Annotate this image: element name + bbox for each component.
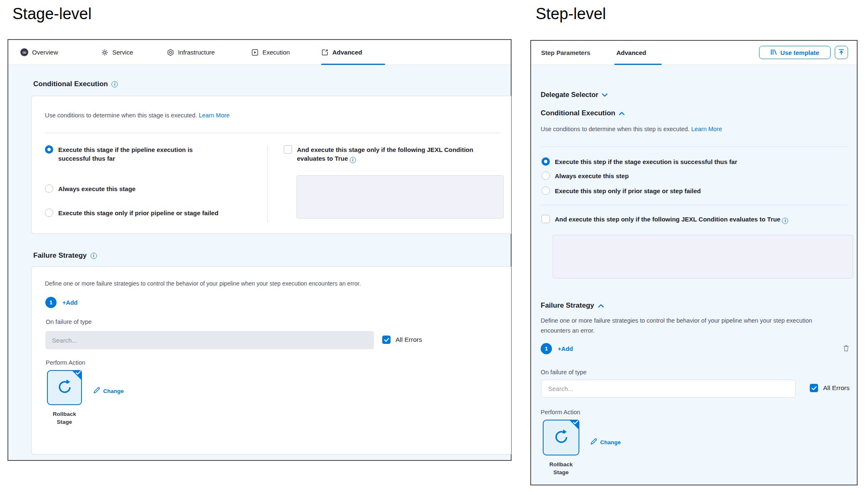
- failure-strategy-card: Define one or more failure strategies to…: [31, 266, 511, 455]
- strategy-row: 1 +Add: [541, 343, 573, 354]
- tab-label: Service: [112, 49, 133, 56]
- radio-icon[interactable]: [45, 184, 53, 193]
- info-icon[interactable]: [782, 218, 788, 224]
- checkbox-checked-icon[interactable]: [810, 384, 818, 392]
- jexl-label: And execute this stage only if the follo…: [297, 146, 473, 162]
- change-action-link[interactable]: Change: [93, 387, 124, 395]
- jexl-condition-checkbox-row[interactable]: And execute this stage only if the follo…: [284, 145, 482, 163]
- radio-execute-if-failed[interactable]: Execute this step only if prior stage or…: [542, 187, 701, 195]
- learn-more-link[interactable]: Learn More: [691, 126, 722, 132]
- tab-execution[interactable]: Execution: [251, 40, 290, 65]
- action-name-line1: Rollback: [36, 410, 93, 418]
- conditional-description: Use conditions to determine when this st…: [45, 111, 230, 119]
- conditional-execution-heading: Conditional Execution: [33, 80, 118, 88]
- divider: [541, 205, 848, 205]
- heading-text: Conditional Execution: [33, 80, 108, 88]
- all-errors-row[interactable]: All Errors: [382, 336, 422, 344]
- description-text: Use conditions to determine when this st…: [541, 126, 690, 132]
- tab-label: Advanced: [616, 49, 646, 56]
- step-content: Delegate Selector Conditional Execution …: [531, 65, 857, 485]
- perform-action-label: Perform Action: [46, 359, 85, 366]
- checkbox-checked-icon[interactable]: [382, 336, 391, 344]
- change-action-link[interactable]: Change: [590, 438, 621, 446]
- on-failure-label: On failure of type: [541, 369, 586, 376]
- use-template-button[interactable]: Use template: [759, 46, 831, 59]
- radio-icon[interactable]: [542, 172, 550, 180]
- radio-execute-if-successful[interactable]: Execute this stage if the pipeline execu…: [45, 145, 215, 163]
- add-strategy-button[interactable]: +Add: [558, 346, 573, 352]
- action-name-line2: Stage: [36, 418, 93, 426]
- tab-overview[interactable]: ∞ Overview: [20, 40, 58, 65]
- tab-advanced[interactable]: Advanced: [616, 41, 646, 65]
- tab-service[interactable]: Service: [101, 40, 133, 65]
- conditional-execution-heading[interactable]: Conditional Execution: [541, 109, 625, 117]
- use-template-label: Use template: [780, 49, 819, 56]
- jexl-condition-checkbox-row[interactable]: And execute this step only if the follow…: [542, 215, 788, 224]
- tab-step-parameters[interactable]: Step Parameters: [541, 41, 590, 65]
- delegate-selector-heading[interactable]: Delegate Selector: [541, 91, 608, 99]
- failure-type-search-input[interactable]: [45, 331, 374, 349]
- radio-label: Execute this stage if the pipeline execu…: [58, 145, 215, 163]
- failure-description: Define one or more failure strategies to…: [541, 316, 832, 336]
- tab-label: Overview: [32, 49, 58, 56]
- jexl-condition-input[interactable]: [297, 175, 504, 219]
- jexl-condition-input[interactable]: [553, 235, 853, 279]
- chevron-down-icon: [602, 91, 608, 99]
- pencil-icon: [590, 438, 597, 446]
- play-square-icon: [251, 49, 259, 56]
- checkbox-icon[interactable]: [542, 215, 550, 223]
- action-name-line1: Rollback: [532, 460, 590, 468]
- rollback-stage-action-card[interactable]: [47, 370, 82, 405]
- learn-more-link[interactable]: Learn More: [199, 112, 230, 119]
- step-panel: Step Parameters Advanced Use template De…: [530, 40, 858, 485]
- description-text: Use conditions to determine when this st…: [45, 112, 197, 119]
- action-name-line2: Stage: [532, 468, 590, 476]
- trash-icon[interactable]: [843, 345, 849, 353]
- info-icon[interactable]: [350, 157, 356, 163]
- radio-always-execute[interactable]: Always execute this step: [542, 172, 629, 180]
- failure-strategy-heading[interactable]: Failure Strategy: [541, 301, 604, 310]
- step-level-title: Step-level: [536, 5, 606, 23]
- chevron-up-icon: [619, 109, 625, 117]
- step-tabbar: Step Parameters Advanced Use template: [531, 41, 857, 65]
- action-name: Rollback Stage: [36, 410, 93, 426]
- info-icon[interactable]: [91, 253, 97, 259]
- rollback-icon: [552, 428, 570, 447]
- rollback-stage-action-card[interactable]: [543, 420, 579, 455]
- tab-label: Step Parameters: [541, 49, 590, 56]
- failure-type-search-input[interactable]: [541, 380, 796, 398]
- pencil-icon: [93, 387, 100, 395]
- radio-always-execute[interactable]: Always execute this stage: [45, 184, 136, 193]
- radio-execute-if-successful[interactable]: Execute this step if the stage execution…: [542, 157, 737, 166]
- tab-infrastructure[interactable]: Infrastructure: [167, 40, 215, 65]
- radio-label: Always execute this step: [555, 172, 629, 180]
- heading-text: Failure Strategy: [33, 251, 87, 260]
- conditional-description: Use conditions to determine when this st…: [541, 125, 722, 133]
- stage-tabbar: ∞ Overview Service Infrastructure Execu: [8, 40, 511, 65]
- all-errors-row[interactable]: All Errors: [810, 384, 850, 392]
- add-strategy-button[interactable]: +Add: [62, 299, 78, 306]
- radio-icon[interactable]: [542, 187, 550, 195]
- page: Stage-level Step-level ∞ Overview Servic…: [0, 0, 868, 495]
- tab-advanced[interactable]: Advanced: [321, 40, 362, 65]
- divider: [541, 147, 848, 147]
- change-label: Change: [103, 388, 124, 394]
- change-label: Change: [600, 439, 621, 445]
- on-failure-label: On failure of type: [46, 318, 91, 325]
- strategy-count-badge[interactable]: 1: [541, 343, 552, 354]
- stage-panel: ∞ Overview Service Infrastructure Execu: [7, 39, 512, 461]
- hexagon-icon: [167, 49, 174, 56]
- info-icon[interactable]: [111, 81, 118, 87]
- radio-icon[interactable]: [45, 209, 53, 217]
- divider: [45, 133, 500, 133]
- gear-icon: [101, 49, 109, 56]
- tab-label: Infrastructure: [178, 49, 215, 56]
- save-as-template-button[interactable]: [835, 46, 848, 59]
- checkbox-icon[interactable]: [284, 145, 292, 154]
- strategy-count-badge[interactable]: 1: [45, 297, 57, 308]
- tab-label: Execution: [262, 49, 290, 56]
- radio-selected-icon[interactable]: [542, 157, 550, 166]
- radio-selected-icon[interactable]: [45, 145, 53, 154]
- radio-label: Execute this step only if prior stage or…: [555, 187, 701, 195]
- radio-execute-if-failed[interactable]: Execute this stage only if prior pipelin…: [45, 209, 218, 217]
